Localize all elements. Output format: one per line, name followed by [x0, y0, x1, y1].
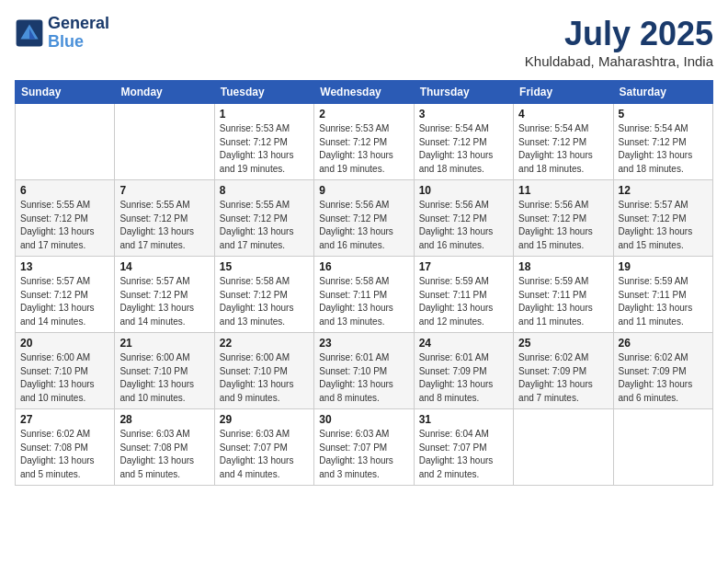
day-info: Sunrise: 6:02 AM Sunset: 7:09 PM Dayligh…	[518, 351, 608, 405]
day-number: 1	[220, 108, 309, 121]
weekday-header: Wednesday	[314, 81, 414, 104]
day-info: Sunrise: 6:01 AM Sunset: 7:09 PM Dayligh…	[419, 351, 508, 405]
day-info: Sunrise: 5:54 AM Sunset: 7:12 PM Dayligh…	[619, 122, 708, 176]
day-number: 19	[619, 260, 708, 273]
day-info: Sunrise: 5:56 AM Sunset: 7:12 PM Dayligh…	[419, 199, 508, 252]
day-number: 5	[619, 108, 708, 121]
calendar-cell	[514, 409, 613, 486]
page-header: General Blue July 2025 Khuldabad, Mahara…	[15, 15, 713, 69]
calendar-cell: 22Sunrise: 6:00 AM Sunset: 7:10 PM Dayli…	[214, 333, 313, 409]
logo-icon	[15, 18, 44, 48]
day-number: 18	[518, 260, 608, 273]
calendar-cell: 13Sunrise: 5:57 AM Sunset: 7:12 PM Dayli…	[16, 257, 115, 333]
day-number: 25	[518, 337, 608, 350]
calendar-cell: 14Sunrise: 5:57 AM Sunset: 7:12 PM Dayli…	[115, 257, 214, 333]
calendar-cell	[115, 104, 214, 180]
calendar-week-row: 1Sunrise: 5:53 AM Sunset: 7:12 PM Daylig…	[16, 104, 713, 180]
day-number: 6	[20, 184, 109, 197]
day-info: Sunrise: 6:03 AM Sunset: 7:07 PM Dayligh…	[220, 428, 309, 481]
calendar-cell	[16, 104, 115, 180]
day-number: 30	[319, 413, 408, 426]
calendar-cell: 24Sunrise: 6:01 AM Sunset: 7:09 PM Dayli…	[414, 333, 513, 409]
day-number: 26	[619, 337, 708, 350]
day-number: 9	[319, 184, 408, 197]
day-number: 10	[419, 184, 508, 197]
logo-text: General Blue	[48, 15, 109, 52]
day-info: Sunrise: 6:04 AM Sunset: 7:07 PM Dayligh…	[419, 428, 508, 481]
day-info: Sunrise: 5:59 AM Sunset: 7:11 PM Dayligh…	[518, 275, 608, 328]
calendar-cell: 23Sunrise: 6:01 AM Sunset: 7:10 PM Dayli…	[314, 333, 414, 409]
calendar-week-row: 27Sunrise: 6:02 AM Sunset: 7:08 PM Dayli…	[16, 409, 713, 486]
day-info: Sunrise: 5:59 AM Sunset: 7:11 PM Dayligh…	[419, 275, 508, 328]
calendar-cell: 3Sunrise: 5:54 AM Sunset: 7:12 PM Daylig…	[414, 104, 513, 180]
calendar-cell: 8Sunrise: 5:55 AM Sunset: 7:12 PM Daylig…	[214, 180, 313, 257]
calendar-week-row: 20Sunrise: 6:00 AM Sunset: 7:10 PM Dayli…	[16, 333, 713, 409]
calendar-cell: 5Sunrise: 5:54 AM Sunset: 7:12 PM Daylig…	[613, 104, 712, 180]
calendar-cell: 6Sunrise: 5:55 AM Sunset: 7:12 PM Daylig…	[16, 180, 115, 257]
calendar-cell: 10Sunrise: 5:56 AM Sunset: 7:12 PM Dayli…	[414, 180, 513, 257]
calendar-cell: 7Sunrise: 5:55 AM Sunset: 7:12 PM Daylig…	[115, 180, 214, 257]
day-info: Sunrise: 5:55 AM Sunset: 7:12 PM Dayligh…	[20, 199, 109, 252]
day-info: Sunrise: 5:56 AM Sunset: 7:12 PM Dayligh…	[319, 199, 408, 252]
day-number: 17	[419, 260, 508, 273]
day-number: 27	[20, 413, 109, 426]
day-info: Sunrise: 5:54 AM Sunset: 7:12 PM Dayligh…	[419, 122, 508, 176]
day-info: Sunrise: 5:54 AM Sunset: 7:12 PM Dayligh…	[518, 122, 608, 176]
day-number: 16	[319, 260, 408, 273]
day-number: 15	[220, 260, 309, 273]
day-number: 14	[119, 260, 209, 273]
calendar-cell: 12Sunrise: 5:57 AM Sunset: 7:12 PM Dayli…	[613, 180, 712, 257]
calendar-cell: 17Sunrise: 5:59 AM Sunset: 7:11 PM Dayli…	[414, 257, 513, 333]
day-info: Sunrise: 5:55 AM Sunset: 7:12 PM Dayligh…	[220, 199, 309, 252]
day-number: 23	[319, 337, 408, 350]
day-number: 4	[518, 108, 608, 121]
day-info: Sunrise: 5:58 AM Sunset: 7:11 PM Dayligh…	[319, 275, 408, 328]
day-info: Sunrise: 5:57 AM Sunset: 7:12 PM Dayligh…	[20, 275, 109, 328]
day-number: 2	[319, 108, 408, 121]
day-info: Sunrise: 6:03 AM Sunset: 7:08 PM Dayligh…	[119, 428, 209, 481]
day-info: Sunrise: 5:53 AM Sunset: 7:12 PM Dayligh…	[220, 122, 309, 176]
calendar-cell: 31Sunrise: 6:04 AM Sunset: 7:07 PM Dayli…	[414, 409, 513, 486]
day-number: 3	[419, 108, 508, 121]
day-info: Sunrise: 6:00 AM Sunset: 7:10 PM Dayligh…	[20, 351, 109, 405]
calendar-cell: 16Sunrise: 5:58 AM Sunset: 7:11 PM Dayli…	[314, 257, 414, 333]
month-title: July 2025	[525, 15, 713, 53]
calendar-cell: 19Sunrise: 5:59 AM Sunset: 7:11 PM Dayli…	[613, 257, 712, 333]
calendar-week-row: 6Sunrise: 5:55 AM Sunset: 7:12 PM Daylig…	[16, 180, 713, 257]
day-number: 20	[20, 337, 109, 350]
calendar-cell: 4Sunrise: 5:54 AM Sunset: 7:12 PM Daylig…	[514, 104, 613, 180]
day-number: 24	[419, 337, 508, 350]
day-number: 29	[220, 413, 309, 426]
calendar-cell: 18Sunrise: 5:59 AM Sunset: 7:11 PM Dayli…	[514, 257, 613, 333]
location: Khuldabad, Maharashtra, India	[525, 53, 713, 69]
day-info: Sunrise: 5:55 AM Sunset: 7:12 PM Dayligh…	[119, 199, 209, 252]
day-info: Sunrise: 5:57 AM Sunset: 7:12 PM Dayligh…	[119, 275, 209, 328]
weekday-header: Thursday	[414, 81, 513, 104]
day-number: 21	[119, 337, 209, 350]
calendar-cell: 20Sunrise: 6:00 AM Sunset: 7:10 PM Dayli…	[16, 333, 115, 409]
day-number: 28	[119, 413, 209, 426]
calendar-cell: 27Sunrise: 6:02 AM Sunset: 7:08 PM Dayli…	[16, 409, 115, 486]
calendar-cell: 2Sunrise: 5:53 AM Sunset: 7:12 PM Daylig…	[314, 104, 414, 180]
weekday-header: Saturday	[613, 81, 712, 104]
calendar-cell: 25Sunrise: 6:02 AM Sunset: 7:09 PM Dayli…	[514, 333, 613, 409]
day-number: 13	[20, 260, 109, 273]
weekday-header: Friday	[514, 81, 613, 104]
day-number: 11	[518, 184, 608, 197]
calendar-cell: 9Sunrise: 5:56 AM Sunset: 7:12 PM Daylig…	[314, 180, 414, 257]
day-info: Sunrise: 6:02 AM Sunset: 7:09 PM Dayligh…	[619, 351, 708, 405]
calendar-table: SundayMondayTuesdayWednesdayThursdayFrid…	[15, 80, 713, 486]
weekday-header: Tuesday	[214, 81, 313, 104]
day-info: Sunrise: 5:53 AM Sunset: 7:12 PM Dayligh…	[319, 122, 408, 176]
day-info: Sunrise: 6:00 AM Sunset: 7:10 PM Dayligh…	[119, 351, 209, 405]
day-number: 12	[619, 184, 708, 197]
calendar-body: 1Sunrise: 5:53 AM Sunset: 7:12 PM Daylig…	[16, 104, 713, 486]
day-number: 22	[220, 337, 309, 350]
calendar-cell: 28Sunrise: 6:03 AM Sunset: 7:08 PM Dayli…	[115, 409, 214, 486]
calendar-week-row: 13Sunrise: 5:57 AM Sunset: 7:12 PM Dayli…	[16, 257, 713, 333]
logo: General Blue	[15, 15, 109, 52]
calendar-cell: 1Sunrise: 5:53 AM Sunset: 7:12 PM Daylig…	[214, 104, 313, 180]
calendar-cell: 29Sunrise: 6:03 AM Sunset: 7:07 PM Dayli…	[214, 409, 313, 486]
day-number: 7	[119, 184, 209, 197]
calendar-cell: 30Sunrise: 6:03 AM Sunset: 7:07 PM Dayli…	[314, 409, 414, 486]
